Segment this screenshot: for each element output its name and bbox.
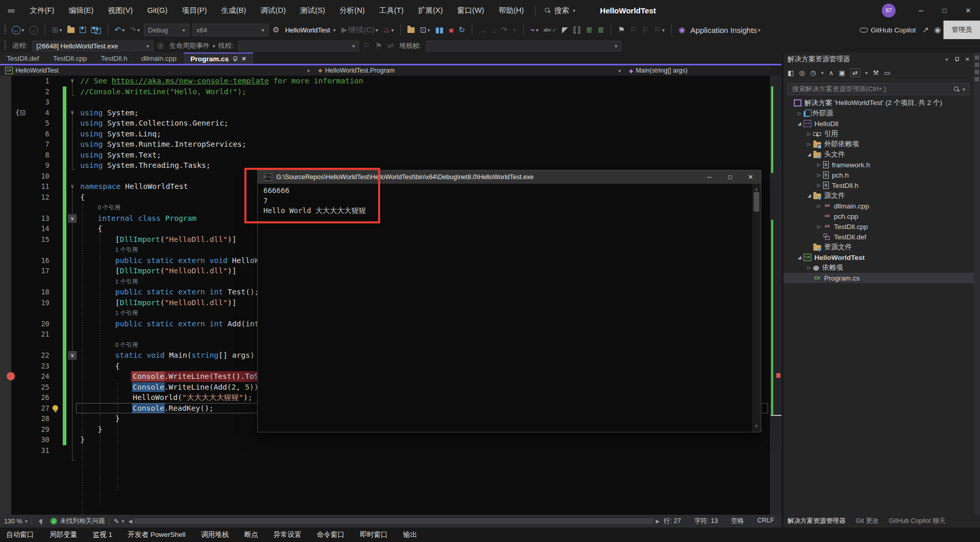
startup-project-dropdown[interactable]: HelloWorldTest▾ (282, 26, 338, 34)
tree-item[interactable]: ▷hpch.h (783, 170, 974, 180)
menu-item[interactable]: 分析(N) (332, 0, 372, 21)
code-line[interactable]: 31 (0, 445, 770, 456)
chevron-down-icon[interactable]: ▾ (963, 86, 965, 92)
tool-window-tab[interactable]: 监视 1 (93, 530, 112, 539)
panel-tab[interactable]: GitHub Copilot 聊天 (889, 517, 946, 526)
properties-icon[interactable]: ▣ (839, 69, 845, 77)
panel-tab[interactable]: 解决方案资源管理器 (788, 517, 846, 526)
step-back-icon[interactable]: ↷ (498, 25, 510, 34)
collapsed-arrow-icon[interactable]: ▷ (796, 111, 803, 116)
panel-tab[interactable]: Git 更改 (856, 517, 879, 526)
sync-active-document-icon[interactable]: ⇄ (850, 68, 860, 77)
tree-item[interactable]: ▷外部依赖项 (783, 139, 974, 149)
collapsed-arrow-icon[interactable]: ▷ (816, 203, 822, 208)
github-copilot-button[interactable]: GitHub Copilot (856, 26, 920, 34)
tree-item[interactable]: ▷引用 (783, 129, 974, 139)
tree-item[interactable]: ◢源文件 (783, 190, 974, 201)
solution-configuration-dropdown[interactable]: Debug▾ (144, 24, 189, 36)
tree-item[interactable]: ◢C#HelloWorldTest (783, 252, 974, 263)
collapsed-arrow-icon[interactable]: ▷ (806, 131, 812, 136)
fold-arrow-icon[interactable]: ∨ (68, 76, 77, 86)
tree-item[interactable]: ▷hframework.h (783, 160, 974, 170)
pending-changes-filter-icon[interactable]: ◷ (810, 69, 816, 77)
tree-item[interactable]: 资源文件 (783, 242, 974, 252)
avatar[interactable]: II7 (882, 4, 896, 18)
navigate-back-button[interactable]: ←▾ (9, 26, 27, 34)
code-line[interactable]: 7using System.Runtime.InteropServices; (0, 139, 770, 150)
feedback-person-icon[interactable]: ◉ (932, 25, 943, 34)
menu-item[interactable]: 视图(V) (101, 0, 140, 21)
codelens-references[interactable]: 1 个引用 (115, 244, 138, 255)
code-line[interactable]: 3 (0, 97, 770, 108)
tree-item[interactable]: ▷hTestDll.h (783, 180, 974, 190)
restart-button[interactable]: ↻ (456, 25, 468, 34)
expanded-arrow-icon[interactable]: ◢ (796, 255, 803, 260)
collapsed-arrow-icon[interactable]: ▷ (806, 142, 812, 147)
scrollbar-thumb[interactable] (754, 192, 759, 212)
navigate-forward-button[interactable]: → (27, 26, 41, 34)
health-indicator[interactable]: ✓ 未找到相关问题 (46, 517, 109, 526)
find-in-files-icon[interactable] (405, 27, 417, 33)
bookmark-icon[interactable]: ⚑ (615, 25, 627, 34)
scroll-right-icon[interactable]: ▶ (655, 518, 660, 524)
process-dropdown[interactable]: [26648] HelloWorldTest.exe▾ (32, 41, 153, 51)
solution-explorer-search[interactable]: 搜索解决方案资源管理器(Ctrl+;) ▾ (788, 83, 970, 95)
solution-explorer-title-bar[interactable]: 解决方案资源管理器 ▾ ✕ (783, 53, 974, 66)
step-over-icon[interactable]: → (476, 26, 489, 34)
new-window-button[interactable]: ⊞▾ (49, 25, 65, 34)
editor-vertical-scrollbar[interactable] (770, 76, 781, 515)
solution-platform-dropdown[interactable]: x64▾ (192, 24, 269, 36)
breadcrumb-project-dropdown[interactable]: C# HelloWorldTest▾ (0, 67, 314, 74)
tool-window-tab[interactable]: 调用堆栈 (201, 530, 229, 539)
pen-icon[interactable]: ✎▾ (110, 517, 129, 525)
close-icon[interactable]: ✕ (241, 56, 246, 62)
scroll-down-icon[interactable]: ∨ (752, 421, 761, 431)
diagnostics-icon[interactable]: ⌁▾ (528, 25, 541, 34)
codelens-references[interactable]: 0 个引用 (115, 340, 138, 351)
show-all-icon[interactable]: ◎ (799, 69, 805, 77)
document-tab[interactable]: TestDll.def (0, 53, 46, 64)
tool-window-tab[interactable]: 自动窗口 (6, 530, 34, 539)
minimize-button[interactable]: ─ (909, 0, 933, 21)
spell-check-icon[interactable]: abc✓ (541, 27, 560, 33)
swap-icon[interactable]: ⇌ (385, 41, 397, 50)
show-output-icon[interactable]: ⊡▾ (417, 25, 433, 34)
tree-item[interactable]: C#Program.cs (783, 273, 974, 283)
tree-item[interactable]: ▷外部源 (783, 108, 974, 118)
tree-item[interactable]: ◢++HelloDll (783, 118, 974, 129)
stack-frame-dropdown[interactable]: ▾ (426, 41, 621, 51)
open-file-button[interactable] (65, 27, 77, 33)
continue-button[interactable]: ▶ 继续(C)▾ (339, 25, 381, 35)
save-all-button[interactable] (88, 26, 103, 34)
undo-button[interactable]: ↶▾ (112, 25, 128, 34)
collapsed-arrow-icon[interactable]: ▷ (816, 183, 822, 188)
console-minimize-button[interactable]: ─ (699, 170, 720, 184)
prev-bookmark-icon[interactable]: ⚐ (628, 25, 639, 34)
unindent-lines-icon[interactable]: ≣ (595, 25, 607, 34)
menu-item[interactable]: 测试(S) (293, 0, 332, 21)
collapsed-arrow-icon[interactable]: ▷ (816, 162, 822, 167)
step-out-icon[interactable]: ↑ (510, 26, 519, 34)
collapse-all-icon[interactable]: ∧ (829, 69, 834, 77)
collapsed-arrow-icon[interactable]: ▷ (816, 224, 822, 229)
preview-icon[interactable]: ▭ (884, 69, 890, 77)
cursor-select-icon[interactable]: ◤ (560, 25, 571, 34)
breakpoint-icon[interactable] (7, 372, 15, 380)
wrench-icon[interactable]: ⚒ (873, 69, 879, 77)
close-icon[interactable]: ✕ (965, 56, 970, 63)
save-button[interactable] (77, 27, 88, 33)
document-tab[interactable]: Program.cs✕ (184, 53, 253, 64)
code-line[interactable]: 9using System.Threading.Tasks; (0, 160, 770, 171)
speaker-icon[interactable] (32, 519, 46, 524)
search-box[interactable]: 搜索 ▾ (540, 6, 580, 15)
next-bookmark-icon[interactable]: ⚐ (639, 25, 651, 34)
share-icon[interactable]: ↗ (920, 25, 932, 34)
expanded-arrow-icon[interactable]: ◢ (806, 193, 812, 198)
fold-arrow-icon[interactable]: ∨ (68, 181, 77, 192)
menu-item[interactable]: 生成(B) (214, 0, 253, 21)
fold-arrow-icon[interactable]: ∨ (68, 351, 77, 360)
tool-window-tab[interactable]: 开发者 PowerShell (128, 530, 186, 539)
lifecycle-events-label[interactable]: 生命周期事件 (169, 41, 209, 50)
thread-dropdown[interactable]: ▾ (238, 41, 359, 51)
stop-button[interactable]: ■ (447, 26, 456, 34)
